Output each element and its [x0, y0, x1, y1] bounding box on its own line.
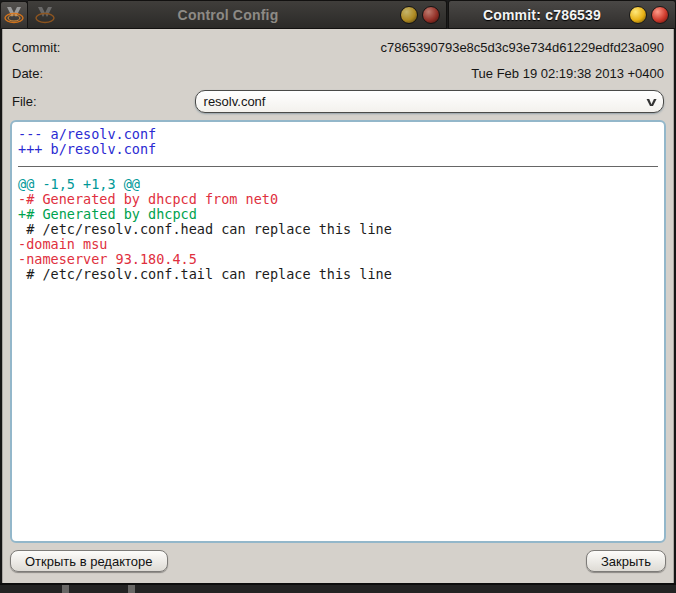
close-button[interactable] — [651, 6, 669, 24]
date-label: Date: — [12, 66, 43, 81]
diff-line-removed: -domain msu — [18, 237, 658, 252]
diff-line-removed: -nameserver 93.180.4.5 — [18, 252, 658, 267]
desktop-artifact — [62, 585, 69, 593]
app-logo-icon — [3, 4, 25, 26]
file-select-value: resolv.conf — [204, 94, 648, 109]
chevron-down-icon: v — [646, 94, 656, 109]
taskbar-app-tile[interactable] — [0, 1, 28, 28]
file-row: File: resolv.conf v — [2, 86, 674, 116]
diff-line-header: +++ b/resolv.conf — [18, 142, 658, 157]
titlebar-row: Control Config Commit: c786539 — [0, 0, 676, 29]
titlebar-commit-dialog[interactable]: Commit: c786539 — [448, 0, 676, 29]
commit-hash-value: c7865390793e8c5d3c93e734d61229edfd23a090 — [60, 40, 664, 55]
diff-line-hunk: @@ -1,5 +1,3 @@ — [18, 177, 658, 192]
commit-dialog-body: Commit: c7865390793e8c5d3c93e734d61229ed… — [0, 29, 676, 583]
date-value: Tue Feb 19 02:19:38 2013 +0400 — [43, 66, 664, 81]
minimize-button[interactable] — [629, 6, 647, 24]
open-in-editor-button[interactable]: Открыть в редакторе — [10, 550, 168, 572]
diff-separator — [18, 166, 658, 167]
window-bottom-edge — [0, 583, 676, 593]
minimize-button[interactable] — [400, 6, 418, 24]
front-window-title: Commit: c786539 — [455, 7, 629, 23]
file-select[interactable]: resolv.conf v — [195, 90, 664, 113]
app-logo-icon — [34, 4, 56, 26]
close-dialog-button[interactable]: Закрыть — [586, 550, 666, 572]
diff-view[interactable]: --- a/resolv.conf+++ b/resolv.conf@@ -1,… — [10, 120, 666, 543]
commit-row: Commit: c7865390793e8c5d3c93e734d61229ed… — [2, 34, 674, 60]
file-label: File: — [12, 94, 37, 109]
screen: Control Config Commit: c786539 Commit: c… — [0, 0, 676, 593]
date-row: Date: Tue Feb 19 02:19:38 2013 +0400 — [2, 60, 674, 86]
diff-line-removed: -# Generated by dhcpcd from net0 — [18, 192, 658, 207]
back-window-title: Control Config — [56, 7, 400, 23]
close-button[interactable] — [422, 6, 440, 24]
dialog-button-row: Открыть в редакторе Закрыть — [2, 543, 674, 583]
titlebar-control-config[interactable]: Control Config — [28, 0, 447, 29]
desktop-artifact — [128, 585, 135, 593]
diff-line-context: # /etc/resolv.conf.head can replace this… — [18, 222, 658, 237]
diff-line-context: # /etc/resolv.conf.tail can replace this… — [18, 267, 658, 282]
diff-line-added: +# Generated by dhcpcd — [18, 207, 658, 222]
diff-line-header: --- a/resolv.conf — [18, 127, 658, 142]
commit-label: Commit: — [12, 40, 60, 55]
